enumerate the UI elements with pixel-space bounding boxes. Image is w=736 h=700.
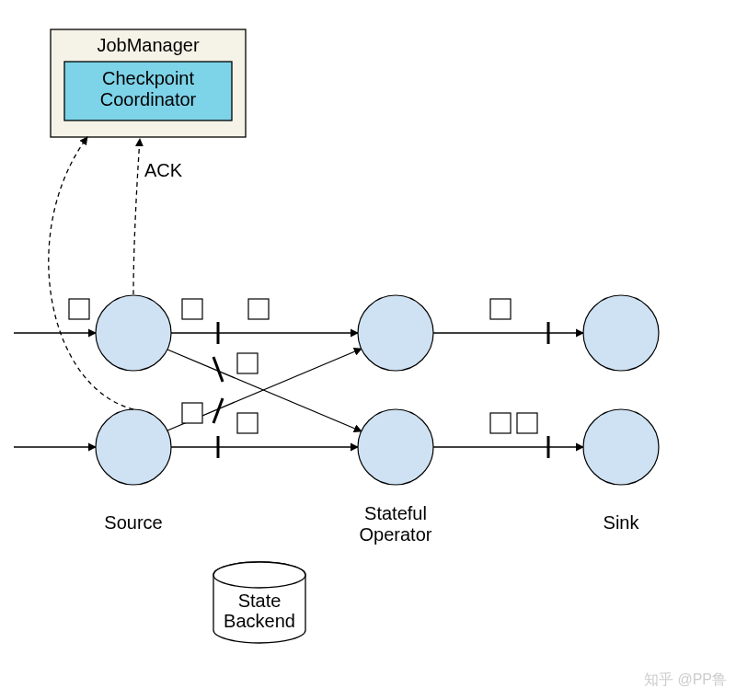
barrier-sq-5	[182, 403, 202, 423]
barrier-sq-4	[237, 353, 258, 373]
operator-node-top	[358, 295, 433, 371]
sink-node-top	[583, 295, 659, 371]
state-backend-label-l2: Backend	[224, 611, 295, 631]
barrier-sq-7	[490, 299, 511, 319]
barrier-sq-1	[69, 299, 89, 319]
source-label: Source	[104, 512, 162, 533]
jobmanager-box: JobManager Checkpoint Coordinator	[51, 29, 246, 137]
state-backend-cylinder: State Backend	[213, 562, 305, 643]
barrier-sq-8	[490, 413, 511, 433]
watermark: 知乎 @PP鲁	[644, 671, 727, 687]
ack-label: ACK	[144, 160, 183, 180]
stateful-label-l1: Stateful	[364, 503, 427, 523]
barrier-sq-2	[182, 299, 202, 319]
svg-point-1	[213, 562, 305, 588]
jobmanager-title: JobManager	[97, 35, 200, 55]
source-node-top	[96, 295, 171, 371]
barrier-sq-3	[248, 299, 269, 319]
sink-label: Sink	[604, 512, 640, 533]
barrier-sq-6	[237, 413, 258, 433]
barrier-sq-9	[517, 413, 537, 433]
checkpoint-coordinator-label-l2: Coordinator	[100, 89, 197, 109]
sink-node-bottom	[583, 409, 659, 485]
state-backend-label-l1: State	[238, 591, 282, 611]
checkpoint-coordinator-label-l1: Checkpoint	[102, 68, 195, 88]
stateful-label-l2: Operator	[360, 524, 432, 545]
source-node-bottom	[96, 409, 171, 485]
operator-node-bottom	[358, 409, 433, 485]
ack-arrow-top	[133, 139, 140, 294]
